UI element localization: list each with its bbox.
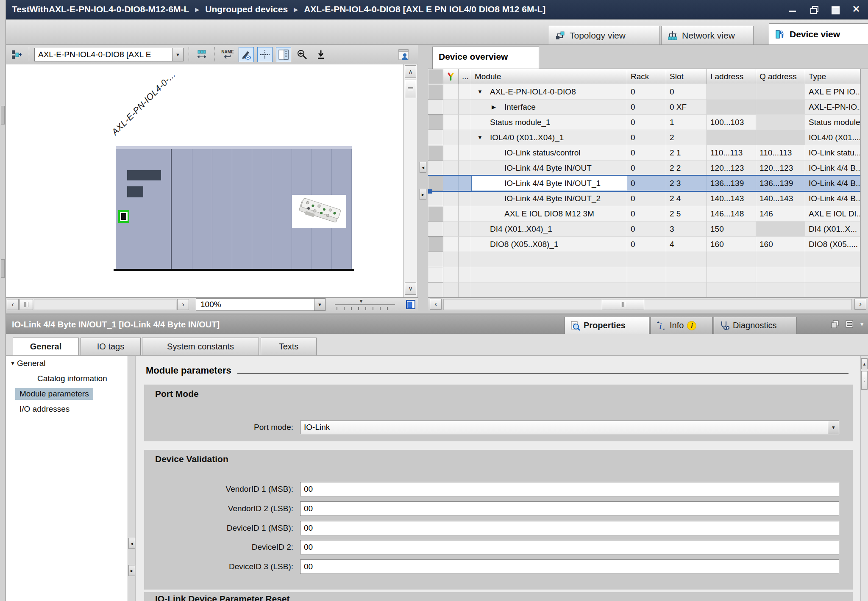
scroll-up-icon[interactable]: ∧ <box>405 65 416 78</box>
split-pane-icon[interactable] <box>276 47 291 62</box>
cell-i-address[interactable] <box>707 100 756 115</box>
device-graphic-canvas[interactable]: AXL-E-PN-IOL4-0-... <box>6 64 403 297</box>
cell-slot[interactable]: 1 <box>666 115 707 130</box>
tab-network-view[interactable]: Network view <box>661 26 754 44</box>
nav-item-catalog-information[interactable]: Catalog information <box>6 371 128 386</box>
cell-i-address[interactable] <box>707 130 756 145</box>
save-layout-icon[interactable] <box>313 47 328 62</box>
nav-item-general[interactable]: ▼General <box>6 356 128 371</box>
panel-list-icon[interactable] <box>845 319 854 329</box>
edit-mode-icon[interactable] <box>239 47 254 62</box>
cell-rack[interactable]: 0 <box>627 206 666 222</box>
table-row[interactable]: ▼AXL-E-PN-IOL4-0-DIO800AXL E PN IO... <box>428 84 860 100</box>
cell-module[interactable]: DIO8 (X05..X08)_1 <box>471 237 627 252</box>
close-button[interactable]: ✕ <box>852 5 860 14</box>
cell-rack[interactable]: 0 <box>627 161 666 176</box>
collapse-left-icon[interactable]: ◄ <box>420 162 426 173</box>
cell-module[interactable]: Status module_1 <box>471 115 627 130</box>
slot-column-header[interactable]: Slot <box>666 69 707 84</box>
cell-q-address[interactable] <box>756 130 805 145</box>
module-column-header[interactable]: Module <box>471 69 627 84</box>
status-cell[interactable] <box>443 191 459 206</box>
chevron-down-icon[interactable]: ▼ <box>172 48 183 61</box>
row-header-cell[interactable] <box>428 176 443 191</box>
scrollbar-track[interactable] <box>443 299 852 310</box>
tab-system-constants[interactable]: System constants <box>142 338 259 355</box>
cell-module[interactable]: ▼AXL-E-PN-IOL4-0-DIO8 <box>471 84 627 100</box>
row-header-cell[interactable] <box>428 237 443 252</box>
zoom-in-icon[interactable] <box>295 47 310 62</box>
sitemap-icon[interactable] <box>8 47 24 62</box>
cell-module[interactable]: ▼IOL4/0 (X01..X04)_1 <box>471 130 627 145</box>
port-mode-select[interactable]: IO-Link ▼ <box>300 421 839 434</box>
cell-type[interactable]: AXL-E-PN-IO... <box>805 100 860 115</box>
tab-general[interactable]: General <box>13 338 79 355</box>
tab-properties[interactable]: Properties <box>565 317 649 334</box>
cell-type[interactable]: IOL4/0 (X01.... <box>805 130 860 145</box>
cell-slot[interactable]: 0 <box>666 84 707 100</box>
nav-splitter[interactable]: ◄ ► <box>128 356 136 601</box>
tab-diagnostics[interactable]: Diagnostics <box>714 317 797 334</box>
cell-i-address[interactable]: 100...103 <box>707 115 756 130</box>
canvas-vertical-scrollbar[interactable]: ∧ ∨ <box>403 64 417 297</box>
table-row[interactable]: AXL E IOL DIO8 M12 3M02 5146...148146AXL… <box>428 206 860 222</box>
cell-slot[interactable]: 4 <box>666 237 707 252</box>
row-header-cell[interactable] <box>428 206 443 222</box>
overview-horizontal-scrollbar[interactable]: ‹ › <box>428 297 868 311</box>
table-row[interactable]: IO-Link 4/4 Byte IN/OUT_102 3136...13913… <box>428 176 860 191</box>
table-row[interactable]: IO-Link 4/4 Byte IN/OUT_202 4140...14314… <box>428 191 860 206</box>
tab-device-overview[interactable]: Device overview <box>432 47 539 69</box>
cell-rack[interactable]: 0 <box>627 176 666 191</box>
status-cell[interactable] <box>443 161 459 176</box>
tab-texts[interactable]: Texts <box>261 338 317 355</box>
cell-type[interactable]: IO-Link statu... <box>805 145 860 161</box>
expander-icon[interactable]: ▼ <box>477 89 490 95</box>
cell-module[interactable]: DI4 (X01..X04)_1 <box>471 222 627 237</box>
zoom-level-combo[interactable]: 100% ▼ <box>196 298 326 311</box>
expander-icon[interactable]: ▼ <box>477 134 490 141</box>
cell-i-address[interactable]: 140...143 <box>707 191 756 206</box>
cell-q-address[interactable] <box>756 115 805 130</box>
collapse-left-icon[interactable]: ◄ <box>128 538 135 549</box>
table-row[interactable]: ▶Interface00 XFAXL-E-PN-IO... <box>428 100 860 115</box>
cell-q-address[interactable]: 110...113 <box>756 145 805 161</box>
comment-cell[interactable] <box>459 191 471 206</box>
breadcrumb-device[interactable]: AXL-E-PN-IOL4-0-DIO8 [AXL E PN IOL4/0 DI… <box>304 4 545 14</box>
cell-i-address[interactable]: 110...113 <box>707 145 756 161</box>
cell-q-address[interactable]: 160 <box>756 237 805 252</box>
status-column-header[interactable] <box>443 69 459 84</box>
cell-rack[interactable]: 0 <box>627 130 666 145</box>
scroll-up-icon[interactable]: ▲ <box>861 358 868 369</box>
tab-io-tags[interactable]: IO tags <box>81 338 141 355</box>
comment-cell[interactable] <box>459 145 471 161</box>
restore-button[interactable] <box>810 5 818 14</box>
type-column-header[interactable]: Type <box>805 69 860 84</box>
row-header-cell[interactable] <box>428 84 443 100</box>
cell-rack[interactable]: 0 <box>627 100 666 115</box>
left-panel-strip[interactable] <box>0 0 6 601</box>
table-row[interactable]: DI4 (X01..X04)_103150DI4 (X01..X... <box>428 222 860 237</box>
fit-to-view-icon[interactable] <box>405 299 416 310</box>
cell-module[interactable]: IO-Link 4/4 Byte IN/OUT_2 <box>471 191 627 206</box>
module-slots-section[interactable] <box>172 149 352 269</box>
comment-cell[interactable] <box>459 222 471 237</box>
nav-item-i-o-addresses[interactable]: I/O addresses <box>6 402 128 417</box>
cell-i-address[interactable]: 150 <box>707 222 756 237</box>
comment-cell[interactable] <box>459 206 471 222</box>
chevron-down-icon[interactable]: ▼ <box>828 421 839 434</box>
device-select-combo[interactable]: AXL-E-PN-IOL4-0-DIO8 [AXL E ▼ <box>34 48 184 61</box>
status-cell[interactable] <box>443 84 459 100</box>
cell-i-address[interactable]: 120...123 <box>707 161 756 176</box>
cell-rack[interactable]: 0 <box>627 222 666 237</box>
status-cell[interactable] <box>443 237 459 252</box>
cell-q-address[interactable]: 136...139 <box>756 176 805 191</box>
cell-slot[interactable]: 2 1 <box>666 145 707 161</box>
status-cell[interactable] <box>443 115 459 130</box>
cell-slot[interactable]: 0 XF <box>666 100 707 115</box>
module-width-icon[interactable] <box>194 47 209 62</box>
cell-i-address[interactable] <box>707 84 756 100</box>
panel-menu-icon[interactable]: ▼ <box>859 321 865 327</box>
status-cell[interactable] <box>443 206 459 222</box>
cell-slot[interactable]: 3 <box>666 222 707 237</box>
cell-q-address[interactable] <box>756 84 805 100</box>
